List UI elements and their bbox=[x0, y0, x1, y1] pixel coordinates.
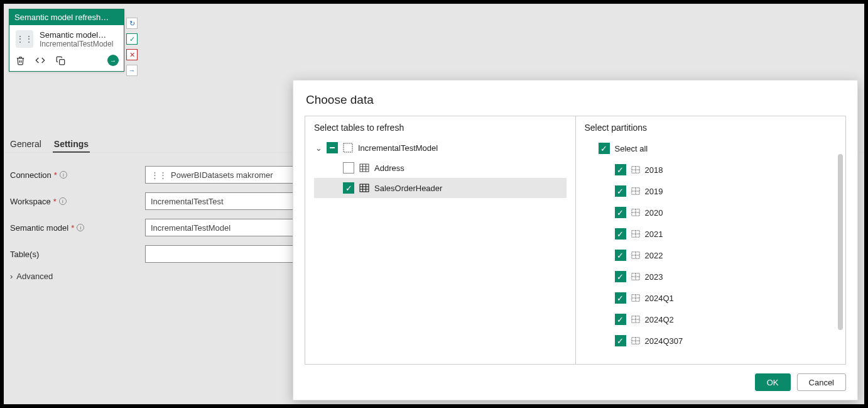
settings-tabs: General Settings bbox=[9, 136, 90, 153]
required-marker: * bbox=[53, 197, 57, 206]
checkbox-checked[interactable]: ✓ bbox=[615, 250, 626, 261]
partition-row[interactable]: ✓ 2019 bbox=[585, 180, 837, 202]
cancel-button[interactable]: Cancel bbox=[797, 373, 846, 391]
tables-input[interactable] bbox=[145, 245, 296, 263]
activity-card[interactable]: Semantic model refresh… ⋮⋮ Semantic mode… bbox=[9, 9, 124, 72]
checkbox-checked[interactable]: ✓ bbox=[343, 182, 354, 194]
model-icon bbox=[343, 143, 353, 153]
svg-rect-8 bbox=[360, 184, 369, 192]
partitions-pane: Select partitions ✓ Select all ✓ 2018 ✓ … bbox=[576, 116, 846, 364]
model-tree-root[interactable]: ⌄ IncrementalTestModel bbox=[314, 138, 567, 158]
partition-icon bbox=[631, 294, 640, 302]
activity-card-header: Semantic model refresh… bbox=[9, 9, 124, 25]
code-icon[interactable] bbox=[35, 55, 46, 66]
partition-row[interactable]: ✓ 2022 bbox=[585, 245, 837, 266]
run-icon[interactable]: → bbox=[107, 55, 119, 66]
partition-label: 2020 bbox=[645, 208, 663, 218]
partition-icon bbox=[631, 251, 640, 260]
workspace-input[interactable]: IncrementalTestTest bbox=[145, 192, 296, 210]
checkbox-unchecked[interactable] bbox=[343, 162, 354, 174]
svg-rect-0 bbox=[59, 59, 64, 64]
required-marker: * bbox=[71, 223, 74, 233]
checkbox-checked[interactable]: ✓ bbox=[615, 185, 626, 197]
partition-label: 2018 bbox=[645, 165, 663, 175]
activity-title: Semantic model… bbox=[40, 30, 113, 40]
dataset-icon: ⋮⋮ bbox=[16, 30, 33, 48]
info-icon[interactable]: i bbox=[60, 171, 67, 179]
partition-row[interactable]: ✓ 2018 bbox=[585, 159, 837, 180]
partition-row[interactable]: ✓ 2024Q307 bbox=[585, 330, 837, 351]
partition-row[interactable]: ✓ 2024Q2 bbox=[585, 309, 837, 330]
partition-row[interactable]: ✓ 2020 bbox=[585, 202, 837, 223]
checkbox-checked[interactable]: ✓ bbox=[615, 335, 626, 346]
checkbox-checked[interactable]: ✓ bbox=[615, 314, 626, 325]
required-marker: * bbox=[54, 170, 57, 180]
table-icon bbox=[359, 183, 369, 193]
partition-label: 2024Q2 bbox=[645, 315, 674, 324]
info-icon[interactable]: i bbox=[77, 224, 84, 231]
checkbox-checked[interactable]: ✓ bbox=[615, 207, 626, 218]
checkbox-checked[interactable]: ✓ bbox=[615, 164, 626, 175]
partition-label: 2023 bbox=[645, 272, 663, 282]
dialog-buttons: OK Cancel bbox=[305, 365, 846, 391]
semantic-model-value: IncrementalTestModel bbox=[151, 223, 231, 233]
partition-label: 2019 bbox=[645, 187, 663, 196]
tab-settings[interactable]: Settings bbox=[53, 136, 90, 153]
checkbox-checked[interactable]: ✓ bbox=[615, 271, 626, 282]
activity-subtitle: IncrementalTestModel bbox=[40, 40, 113, 48]
delete-icon[interactable] bbox=[14, 55, 26, 66]
svg-rect-2 bbox=[344, 143, 352, 152]
select-all-label: Select all bbox=[615, 144, 648, 153]
tab-general[interactable]: General bbox=[9, 136, 43, 153]
advanced-label: Advanced bbox=[16, 272, 53, 281]
table-name: Address bbox=[374, 163, 404, 173]
partition-icon bbox=[631, 165, 640, 174]
partition-label: 2024Q1 bbox=[645, 294, 674, 303]
partition-label: 2022 bbox=[645, 251, 663, 260]
activity-toolbar: → bbox=[9, 51, 124, 71]
info-icon[interactable]: i bbox=[59, 197, 67, 205]
table-row-salesorderheader[interactable]: ✓ SalesOrderHeader bbox=[314, 178, 567, 198]
tables-label: Table(s) bbox=[10, 250, 39, 259]
workspace-value: IncrementalTestTest bbox=[151, 197, 224, 206]
status-error-icon[interactable]: ✕ bbox=[126, 49, 138, 60]
connection-label: Connection bbox=[10, 170, 52, 180]
partition-icon bbox=[631, 315, 640, 324]
ok-button[interactable]: OK bbox=[755, 373, 791, 391]
side-status-icons: ↻ ✓ ✕ → bbox=[126, 18, 138, 76]
partition-icon bbox=[631, 229, 640, 238]
partition-icon bbox=[631, 187, 640, 196]
select-all-row[interactable]: ✓ Select all bbox=[585, 138, 837, 159]
semantic-model-input[interactable]: IncrementalTestModel bbox=[145, 219, 296, 236]
checkbox-indeterminate[interactable] bbox=[327, 142, 338, 153]
chevron-down-icon[interactable]: ⌄ bbox=[315, 143, 322, 153]
checkbox-checked[interactable]: ✓ bbox=[615, 228, 626, 240]
scrollbar[interactable] bbox=[838, 154, 843, 330]
app-frame: Semantic model refresh… ⋮⋮ Semantic mode… bbox=[3, 3, 865, 405]
connection-input[interactable]: ⋮⋮ PowerBIDatasets makromer bbox=[145, 166, 296, 184]
partition-row[interactable]: ✓ 2021 bbox=[585, 223, 837, 245]
copy-icon[interactable] bbox=[55, 55, 66, 66]
status-forward-icon[interactable]: → bbox=[126, 65, 138, 76]
workspace-label: Workspace bbox=[10, 197, 51, 206]
partitions-pane-header: Select partitions bbox=[585, 123, 837, 133]
table-row-address[interactable]: Address bbox=[314, 158, 567, 178]
partition-icon bbox=[631, 336, 640, 345]
status-refresh-icon[interactable]: ↻ bbox=[126, 18, 138, 29]
checkbox-checked[interactable]: ✓ bbox=[599, 143, 610, 154]
partition-row[interactable]: ✓ 2023 bbox=[585, 266, 837, 287]
activity-card-body: ⋮⋮ Semantic model… IncrementalTestModel bbox=[9, 25, 124, 51]
chevron-right-icon: › bbox=[10, 272, 13, 281]
partition-label: 2021 bbox=[645, 229, 663, 239]
svg-rect-3 bbox=[360, 164, 369, 172]
partition-row[interactable]: ✓ 2024Q1 bbox=[585, 287, 837, 309]
partition-label: 2024Q307 bbox=[645, 336, 683, 346]
semantic-model-label: Semantic model bbox=[10, 223, 68, 233]
dialog-content: Select tables to refresh ⌄ IncrementalTe… bbox=[305, 116, 846, 365]
status-success-icon[interactable]: ✓ bbox=[126, 33, 138, 45]
table-icon bbox=[359, 163, 369, 173]
dataset-glyph-icon: ⋮⋮ bbox=[151, 170, 167, 180]
partition-icon bbox=[631, 208, 640, 217]
checkbox-checked[interactable]: ✓ bbox=[615, 292, 626, 304]
tables-pane-header: Select tables to refresh bbox=[314, 123, 567, 133]
